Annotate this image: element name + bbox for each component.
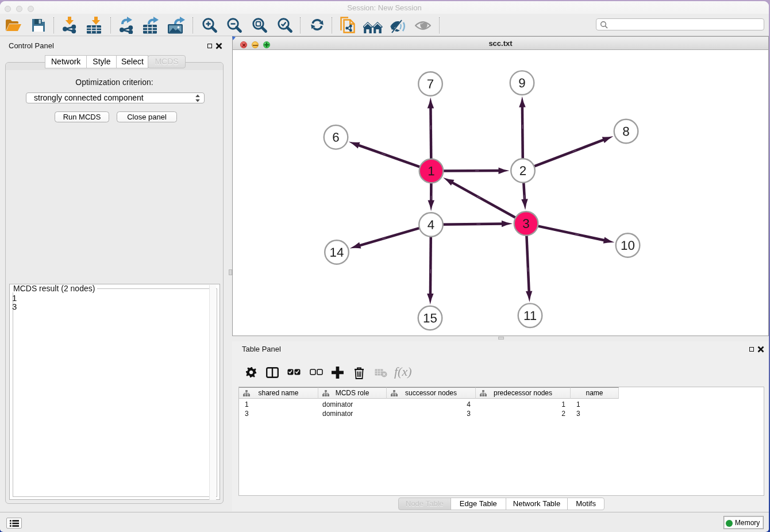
svg-text:15: 15 [423,311,437,325]
svg-text:4: 4 [428,218,434,232]
svg-text:2: 2 [519,164,526,178]
svg-text:8: 8 [622,124,629,138]
svg-text:7: 7 [427,77,434,91]
svg-text:9: 9 [518,76,525,90]
svg-text:3: 3 [522,217,529,231]
svg-text:10: 10 [621,238,635,253]
svg-text:11: 11 [523,309,537,323]
svg-text:1: 1 [428,164,434,178]
svg-text:14: 14 [330,245,344,260]
svg-text:6: 6 [332,130,339,144]
